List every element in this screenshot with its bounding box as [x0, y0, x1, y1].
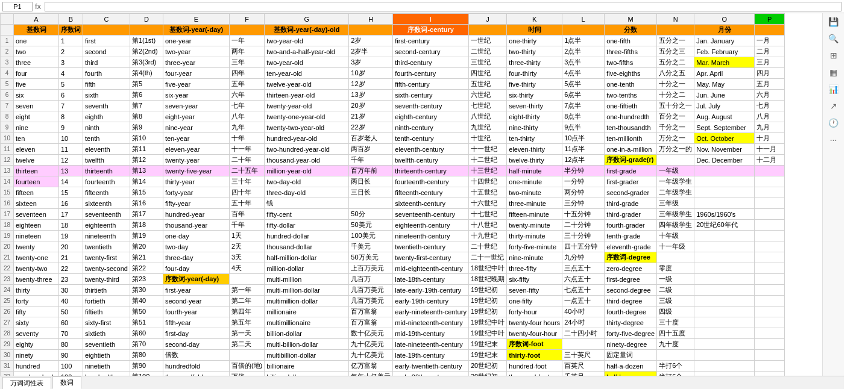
cell-j22[interactable]: 18世纪中叶 [468, 263, 506, 274]
grid[interactable]: A B C D E F G H I J K L M N O [0, 13, 822, 376]
cell-i22[interactable]: mid-eighteenth-century [393, 263, 469, 274]
cell-c23[interactable]: twenty-third [83, 274, 130, 285]
formula-input[interactable] [45, 2, 841, 11]
cell-d30[interactable]: 第80 [130, 350, 163, 361]
cell-g11[interactable]: two-hundred-year-old [265, 144, 349, 155]
cell-b12[interactable]: 12 [59, 155, 83, 166]
cell-j24[interactable]: 19世纪初 [468, 285, 506, 296]
cell-g9[interactable]: twenty-two-year-old [265, 122, 349, 133]
cell-l18[interactable]: 二十分钟 [562, 220, 605, 231]
col-header-g[interactable]: G [265, 14, 349, 25]
col-header-l[interactable]: L [562, 14, 605, 25]
cell-b26[interactable]: 50 [59, 307, 83, 317]
cell-p5[interactable]: 五月 [755, 79, 785, 90]
cell-b14[interactable]: 14 [59, 176, 83, 187]
cell-b5[interactable]: 5 [59, 79, 83, 90]
cell-k10[interactable]: ten-thirty [507, 133, 562, 144]
cell-i18[interactable]: eighteenth-century [393, 220, 469, 231]
cell-k6[interactable]: six-thirty [507, 90, 562, 101]
cell-d21[interactable]: 第21 [130, 252, 163, 263]
cell-m24[interactable]: second-degree [605, 285, 657, 296]
cell-a10[interactable]: ten [14, 133, 59, 144]
cell-n11[interactable]: 万分之一的 [657, 144, 694, 155]
cell-k29[interactable]: 序数词-foot [507, 339, 562, 350]
cell-l15[interactable]: 两分钟 [562, 187, 605, 198]
cell-e4[interactable]: four-year [163, 68, 229, 79]
cell-m23[interactable]: first-degree [605, 274, 657, 285]
cell-p32[interactable] [755, 372, 785, 376]
cell-g25[interactable]: multimillion-dollar [265, 296, 349, 307]
cell-d29[interactable]: 第70 [130, 339, 163, 350]
cell-j5[interactable]: 五世纪 [468, 79, 506, 90]
cell-p16[interactable] [755, 198, 785, 209]
cell-h24[interactable]: 几百万美元 [349, 285, 393, 296]
cell-o31[interactable] [694, 361, 755, 372]
cell-n10[interactable]: 万分之一 [657, 133, 694, 144]
cell-f32[interactable]: 万倍 [229, 372, 264, 376]
save-icon[interactable]: 💾 [828, 16, 840, 28]
cell-d32[interactable]: 第100 [130, 372, 163, 376]
cell-l4[interactable]: 4点半 [562, 68, 605, 79]
cell-e25[interactable]: second-year [163, 296, 229, 307]
cell-a17[interactable]: seventeen [14, 209, 59, 220]
cell-p1[interactable]: 一月 [755, 36, 785, 46]
col-header-e[interactable]: E [163, 14, 229, 25]
cell-p9[interactable]: 九月 [755, 122, 785, 133]
cell-g22[interactable]: million-dollar [265, 263, 349, 274]
cell-o8[interactable]: Aug. August [694, 111, 755, 122]
cell-g6[interactable]: thirteen-year-old [265, 90, 349, 101]
cell-j31[interactable]: 20世纪初 [468, 361, 506, 372]
cell-e7[interactable]: seven-year [163, 101, 229, 111]
cell-e12[interactable]: twenty-year [163, 155, 229, 166]
cell-d5[interactable]: 第5 [130, 79, 163, 90]
cell-p20[interactable] [755, 241, 785, 252]
cell-a20[interactable]: twenty [14, 241, 59, 252]
cell-c7[interactable]: seventh [83, 101, 130, 111]
cell-d13[interactable]: 第13 [130, 166, 163, 176]
cell-e30[interactable]: 倍数 [163, 350, 229, 361]
cell-b19[interactable]: 19 [59, 231, 83, 241]
cell-o9[interactable]: Sept. September [694, 122, 755, 133]
cell-m7[interactable]: one-fiftieth [605, 101, 657, 111]
cell-b9[interactable]: 9 [59, 122, 83, 133]
cell-c16[interactable]: sixteenth [83, 198, 130, 209]
cell-j18[interactable]: 十八世纪 [468, 220, 506, 231]
cell-a19[interactable]: nineteen [14, 231, 59, 241]
cell-o16[interactable] [694, 198, 755, 209]
cell-l10[interactable]: 10点半 [562, 133, 605, 144]
cell-h17[interactable]: 50分 [349, 209, 393, 220]
cell-p13[interactable] [755, 166, 785, 176]
cell-d17[interactable]: 第17 [130, 209, 163, 220]
cell-d2[interactable]: 第2(2nd) [130, 46, 163, 57]
cell-i20[interactable]: twentieth-century [393, 241, 469, 252]
cell-n27[interactable]: 三十度 [657, 317, 694, 328]
cell-m18[interactable]: fourth-grader [605, 220, 657, 231]
col-header-b[interactable]: B [59, 14, 83, 25]
cell-p23[interactable] [755, 274, 785, 285]
cell-k21[interactable]: nine-minute [507, 252, 562, 263]
cell-j2[interactable]: 二世纪 [468, 46, 506, 57]
cell-c29[interactable]: seventieth [83, 339, 130, 350]
cell-p31[interactable] [755, 361, 785, 372]
cell-d10[interactable]: 第10 [130, 133, 163, 144]
cell-p18[interactable] [755, 220, 785, 231]
col-header-d[interactable]: D [130, 14, 163, 25]
cell-c2[interactable]: second [83, 46, 130, 57]
cell-n16[interactable]: 三年级 [657, 198, 694, 209]
cell-e11[interactable]: eleven-year [163, 144, 229, 155]
cell-b2[interactable]: 2 [59, 46, 83, 57]
cell-i24[interactable]: late-early-19th-century [393, 285, 469, 296]
cell-c6[interactable]: sixth [83, 90, 130, 101]
cell-o5[interactable]: May. May [694, 79, 755, 90]
tab-shucibiao[interactable]: 数词 [52, 376, 81, 389]
name-box[interactable] [2, 2, 33, 11]
cell-b4[interactable]: 4 [59, 68, 83, 79]
cell-m29[interactable]: ninety-degree [605, 339, 657, 350]
cell-a24[interactable]: thirty [14, 285, 59, 296]
cell-e32[interactable]: thousandfold [163, 372, 229, 376]
cell-c9[interactable]: ninth [83, 122, 130, 133]
cell-l14[interactable]: 一分钟 [562, 176, 605, 187]
cell-o30[interactable] [694, 350, 755, 361]
cell-j12[interactable]: 十二世纪 [468, 155, 506, 166]
cell-d28[interactable]: 第60 [130, 328, 163, 339]
